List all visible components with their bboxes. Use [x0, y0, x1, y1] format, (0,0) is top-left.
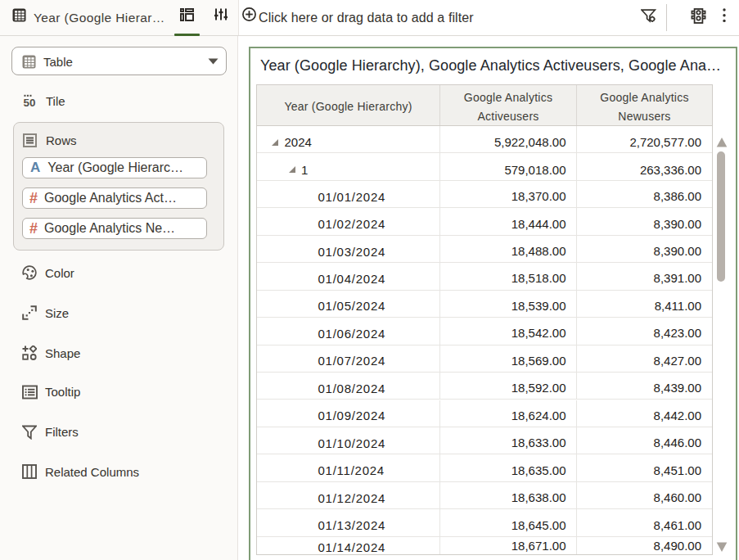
svg-text:50: 50: [24, 97, 36, 108]
